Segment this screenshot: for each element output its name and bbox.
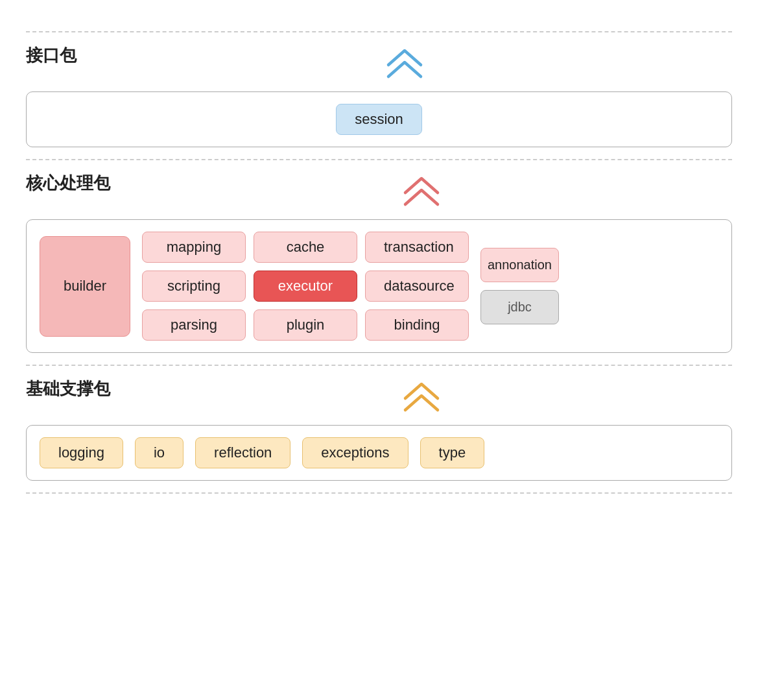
binding-chip: binding xyxy=(365,309,469,341)
top-dashed-line xyxy=(26,31,732,32)
cache-chip: cache xyxy=(254,232,357,263)
jdbc-chip: jdbc xyxy=(480,290,559,324)
scripting-chip: scripting xyxy=(142,271,246,302)
core-box: builder mapping cache transaction script… xyxy=(26,219,732,353)
mapping-chip: mapping xyxy=(142,232,246,263)
core-header: 核心处理包 xyxy=(26,172,732,213)
base-title: 基础支撑包 xyxy=(26,378,110,400)
transaction-chip: transaction xyxy=(365,232,469,263)
executor-chip: executor xyxy=(254,271,357,302)
base-box: logging io reflection exceptions type xyxy=(26,425,732,481)
plugin-chip: plugin xyxy=(254,309,357,341)
annotation-chip: annonation xyxy=(480,248,559,282)
session-chip: session xyxy=(336,104,422,135)
parsing-chip: parsing xyxy=(142,309,246,341)
datasource-chip: datasource xyxy=(365,271,469,302)
interface-box: session xyxy=(26,91,732,147)
base-section: 基础支撑包 logging io reflection exceptions t… xyxy=(26,378,732,481)
core-inner: mapping cache transaction scripting exec… xyxy=(142,232,718,341)
interface-section: 接口包 session xyxy=(26,44,732,147)
bottom-dashed-line xyxy=(26,492,732,494)
middle-dashed-line-2 xyxy=(26,365,732,366)
interface-chevron-icon xyxy=(382,44,427,80)
interface-header: 接口包 xyxy=(26,44,732,85)
type-chip: type xyxy=(420,437,485,468)
base-header: 基础支撑包 xyxy=(26,378,732,418)
interface-title: 接口包 xyxy=(26,44,77,67)
reflection-chip: reflection xyxy=(195,437,290,468)
core-section: 核心处理包 builder mapping cache transaction … xyxy=(26,172,732,353)
core-chevron-icon xyxy=(399,172,444,208)
core-grid: mapping cache transaction scripting exec… xyxy=(142,232,469,341)
logging-chip: logging xyxy=(40,437,123,468)
middle-dashed-line-1 xyxy=(26,159,732,160)
annotation-col: annonation jdbc xyxy=(480,248,559,324)
core-title: 核心处理包 xyxy=(26,172,110,195)
builder-chip: builder xyxy=(40,236,130,337)
base-chevron-icon xyxy=(399,378,444,413)
exceptions-chip: exceptions xyxy=(302,437,408,468)
io-chip: io xyxy=(135,437,184,468)
